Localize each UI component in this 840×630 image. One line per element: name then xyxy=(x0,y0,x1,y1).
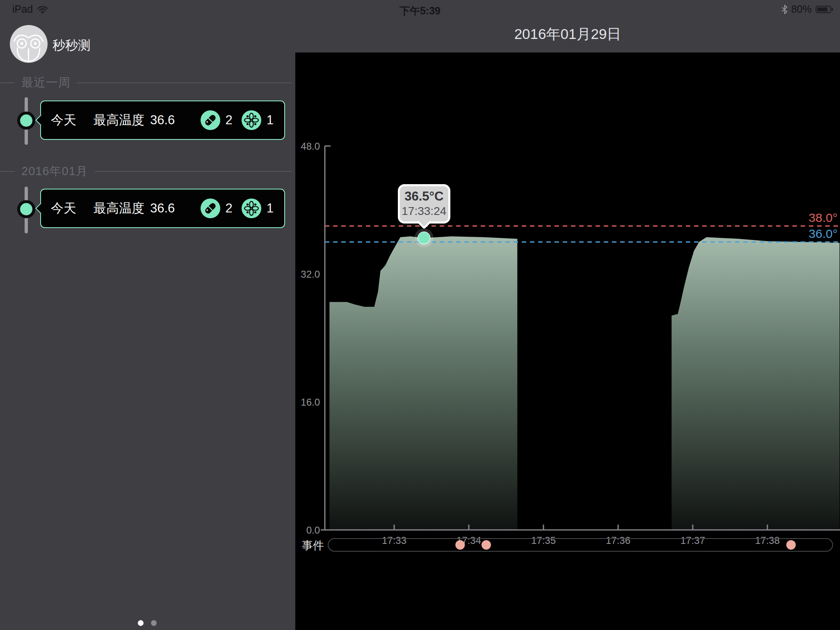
events-label: 事件 xyxy=(302,539,324,552)
threshold-label: 36.0° xyxy=(809,227,838,240)
temperature-chart[interactable]: 38.0°36.0°0.016.032.048.017:3317:3417:35… xyxy=(0,0,840,630)
x-tick-label: 17:37 xyxy=(680,535,705,546)
y-tick-label: 48.0 xyxy=(301,141,320,152)
y-tick-label: 16.0 xyxy=(301,397,320,408)
bluetooth-icon xyxy=(782,5,788,14)
battery-percent: 80% xyxy=(791,3,812,15)
x-tick-label: 17:38 xyxy=(755,535,780,546)
threshold-label: 38.0° xyxy=(809,211,838,224)
battery-icon xyxy=(815,5,834,14)
x-tick-label: 17:33 xyxy=(382,535,406,546)
x-tick-label: 17:36 xyxy=(606,535,630,546)
marker-dot[interactable] xyxy=(418,232,430,244)
tooltip-time: 17:33:24 xyxy=(401,205,447,218)
status-bar-clock: 下午5:39 xyxy=(0,4,840,18)
chart-tooltip: 36.5°C 17:33:24 xyxy=(398,184,450,224)
tooltip-temperature: 36.5°C xyxy=(401,189,447,204)
status-bar-right: 80% xyxy=(782,3,834,15)
screen: 秒秒测 最近一周 今天 最高温度 36.6 xyxy=(0,0,840,630)
area-temperature-run-1 xyxy=(329,236,517,530)
y-tick-label: 32.0 xyxy=(301,269,320,280)
area-temperature-run-2 xyxy=(671,237,840,530)
x-tick-label: 17:35 xyxy=(531,535,556,546)
event-dot[interactable] xyxy=(482,540,491,550)
y-tick-label: 0.0 xyxy=(306,525,320,536)
page-title: 2016年01月29日 xyxy=(295,25,840,44)
event-dot[interactable] xyxy=(455,540,465,550)
event-dot[interactable] xyxy=(786,540,796,550)
